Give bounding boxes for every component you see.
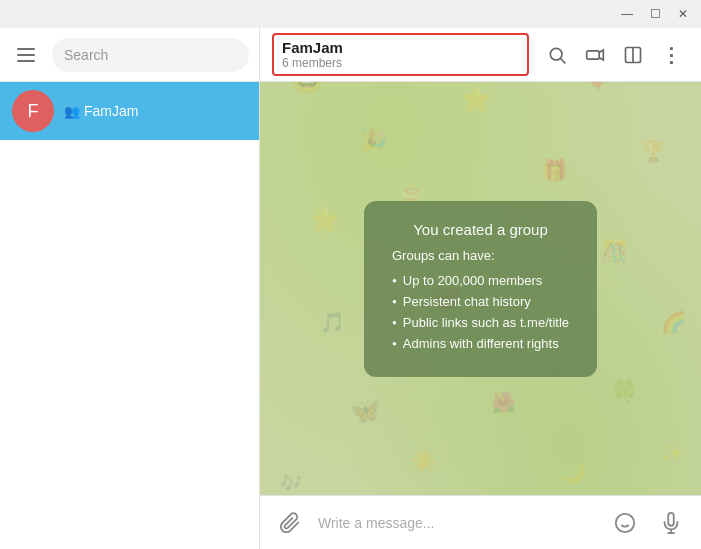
minimize-button[interactable]: — bbox=[613, 0, 641, 28]
svg-point-19 bbox=[550, 48, 562, 60]
avatar: F bbox=[12, 90, 54, 132]
mic-icon bbox=[660, 512, 682, 534]
maximize-button[interactable]: ☐ bbox=[641, 0, 669, 28]
sidebar-header bbox=[0, 28, 259, 82]
message-input[interactable] bbox=[318, 515, 597, 531]
more-button[interactable]: ⋮ bbox=[653, 37, 689, 73]
sidebar: F 👥FamJam bbox=[0, 28, 260, 549]
emoji-icon bbox=[614, 512, 636, 534]
chat-header-name: FamJam bbox=[282, 39, 519, 56]
attach-button[interactable] bbox=[272, 505, 308, 541]
group-icon: 👥 bbox=[64, 104, 80, 119]
group-features-list: Up to 200,000 members Persistent chat hi… bbox=[392, 273, 569, 351]
search-box[interactable] bbox=[52, 38, 249, 72]
chat-header-info[interactable]: FamJam 6 members bbox=[272, 33, 529, 76]
search-button[interactable] bbox=[539, 37, 575, 73]
chat-header-members: 6 members bbox=[282, 56, 519, 70]
svg-rect-21 bbox=[587, 50, 600, 58]
search-icon bbox=[547, 45, 567, 65]
title-bar: — ☐ ✕ bbox=[0, 0, 701, 28]
call-button[interactable] bbox=[577, 37, 613, 73]
svg-line-20 bbox=[561, 58, 566, 63]
hamburger-button[interactable] bbox=[10, 39, 42, 71]
hamburger-icon bbox=[17, 48, 35, 62]
group-created-title: You created a group bbox=[392, 221, 569, 238]
group-created-card: You created a group Groups can have: Up … bbox=[364, 201, 597, 377]
attach-icon bbox=[279, 512, 301, 534]
chat-item-info: 👥FamJam bbox=[64, 103, 247, 119]
video-call-icon bbox=[585, 45, 605, 65]
chat-item-name: 👥FamJam bbox=[64, 103, 247, 119]
group-created-subtitle: Groups can have: bbox=[392, 248, 569, 263]
close-button[interactable]: ✕ bbox=[669, 0, 697, 28]
search-input[interactable] bbox=[64, 47, 237, 63]
list-item: Persistent chat history bbox=[392, 294, 569, 309]
chat-header: FamJam 6 members bbox=[260, 28, 701, 82]
chat-panel: 😀 🎉 ⭐ 🎈 🏆 🌟 🎂 🎁 🎵 ❤️ 🎊 🌈 🦋 🌺 🍀 🎶 bbox=[260, 28, 701, 549]
emoji-button[interactable] bbox=[607, 505, 643, 541]
messages-area: You created a group Groups can have: Up … bbox=[260, 82, 701, 495]
list-item: Admins with different rights bbox=[392, 336, 569, 351]
list-item: Public links such as t.me/title bbox=[392, 315, 569, 330]
message-input-bar bbox=[260, 495, 701, 549]
chat-list: F 👥FamJam bbox=[0, 82, 259, 549]
panel-button[interactable] bbox=[615, 37, 651, 73]
chat-item[interactable]: F 👥FamJam bbox=[0, 82, 259, 140]
header-actions: ⋮ bbox=[539, 37, 689, 73]
app: F 👥FamJam 😀 🎉 ⭐ bbox=[0, 28, 701, 549]
svg-point-24 bbox=[616, 513, 634, 531]
panel-icon bbox=[623, 45, 643, 65]
avatar-letter: F bbox=[28, 101, 39, 122]
main-area: F 👥FamJam 😀 🎉 ⭐ bbox=[0, 28, 701, 549]
list-item: Up to 200,000 members bbox=[392, 273, 569, 288]
mic-button[interactable] bbox=[653, 505, 689, 541]
